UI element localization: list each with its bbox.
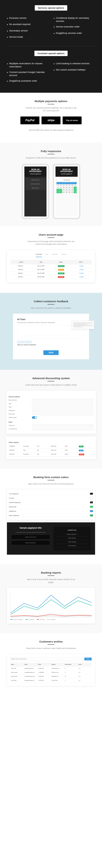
account-tab[interactable]: Cancelled xyxy=(52,253,58,255)
divider xyxy=(7,46,95,46)
option-bullet: Secondary service xyxy=(7,29,48,33)
archive-row: Robert Brownrbrown@example.com+1 555-011… xyxy=(10,675,92,678)
color-config-row[interactable]: Calendar background xyxy=(9,500,93,505)
color-config-row[interactable]: Available slot xyxy=(9,509,93,513)
colors-section: Booking form custom colors take control … xyxy=(0,469,102,564)
coupon-row: BLACKFRIPercentage30%2019-11-3088/100exp… xyxy=(9,453,93,457)
option-bullet: Exclusive service xyxy=(7,17,48,20)
stripe-badge: stripe xyxy=(42,117,60,124)
admin-field[interactable] xyxy=(32,399,93,401)
option-bullet: Drag&Drop services order xyxy=(54,32,95,35)
color-config-row[interactable]: Selected date xyxy=(9,505,93,509)
discount-title: Advanced discounting system xyxy=(5,377,97,380)
reports-desc: take a look at your trends using the rep… xyxy=(25,578,77,584)
reports-title: Booking reports xyxy=(5,571,97,574)
toggle[interactable] xyxy=(32,416,37,419)
admin-row: Usage limit xyxy=(9,409,93,412)
archive-row: Linda Davisldavis@example.com+1 555-0176… xyxy=(10,678,92,682)
admin-row: Enable coupon xyxy=(9,416,93,419)
option-bullet: No assistant required xyxy=(7,23,48,27)
option-bullet: Service execution order xyxy=(54,25,95,29)
legend-item: Cancelled xyxy=(47,619,55,620)
discount-sec1: Discount options xyxy=(9,396,93,398)
demo-list-item[interactable]: Woman haircut xyxy=(56,532,88,536)
legend-item: Confirmed xyxy=(26,619,34,620)
color-config-row[interactable]: Form text xyxy=(9,496,93,500)
admin-row: Date range xyxy=(9,413,93,415)
reports-chart: Total reservationsConfirmedPendingCancel… xyxy=(7,588,95,624)
search-input[interactable] xyxy=(10,658,83,660)
option-bullet: Conditional display for secondary servic… xyxy=(54,17,95,23)
demo-list-item[interactable]: Hair coloring xyxy=(56,540,88,544)
option-bullet: Set custom assistant holidays xyxy=(54,68,95,72)
send-button[interactable]: SEND xyxy=(43,350,59,355)
admin-row: Discount name xyxy=(9,399,93,401)
phone-title: BOOK AN APPOINTMENT xyxy=(26,168,45,173)
archive-row: Mary Johnsonmary.j@example.com+1 555-019… xyxy=(10,671,92,675)
rate-label: Rate our service (required) xyxy=(17,344,36,346)
option-bullet: Mupltiple reservations for classes reser… xyxy=(7,62,48,68)
account-desc: A personal account page where booking cu… xyxy=(25,240,77,246)
admin-field[interactable] xyxy=(32,402,93,405)
search-button[interactable]: Search xyxy=(84,658,92,660)
account-panel: UpcomingPastCancelledSettings ServiceDat… xyxy=(7,250,95,282)
table-row: Service 3Jan 08, 2020cancelledmanage xyxy=(10,275,92,279)
archive-section: Customers archive Keep track of your cus… xyxy=(0,633,102,695)
phone-mock-dark: BOOK AN APPOINTMENTsample page/post Sele… xyxy=(21,164,49,219)
reports-section: Booking reports take a look at your tren… xyxy=(0,564,102,633)
table-row: Service 2Jan 12, 2020pendingmanage xyxy=(10,268,92,272)
option-bullet: Service break xyxy=(7,35,48,39)
feedback-title: Collect customers feedback xyxy=(5,300,97,303)
account-tab[interactable]: Past xyxy=(46,253,48,255)
responsive-desc: Designed to offer the best experience on… xyxy=(25,156,77,159)
discount-admin: Discount options Discount nameTypeValueU… xyxy=(6,391,96,434)
payments-section: Multiple payments options Choose your fa… xyxy=(0,93,102,143)
colors-title: Booking form custom colors xyxy=(5,476,97,478)
phone-field: Select assistant ▾ xyxy=(26,182,46,186)
admin-field[interactable] xyxy=(32,406,93,408)
table-row: Service 3Jan 14, 2020confirmedmanage xyxy=(10,265,92,268)
coupon-row: SUMMER10Percentage10%2020-08-314/100acti… xyxy=(9,444,93,448)
account-title: Users account page xyxy=(5,233,97,236)
color-config-row[interactable]: Form background xyxy=(9,492,93,496)
discount-section: Advanced discounting system create disco… xyxy=(0,370,102,469)
discount-sec2: Rules xyxy=(9,421,93,423)
special-options-section: Services special options Exclusive servi… xyxy=(0,0,102,93)
table-row: Service 1Jan 10, 2020confirmedmanage xyxy=(10,272,92,275)
services-options-heading: Services special options xyxy=(35,5,67,10)
phone-sub: sample page/post xyxy=(61,173,72,175)
responsive-section: Fully responsive Designed to offer the b… xyxy=(0,143,102,226)
demo-select[interactable]: Select assistant ▾ xyxy=(11,540,50,545)
rating-circles[interactable] xyxy=(17,341,85,343)
admin-field[interactable] xyxy=(32,413,93,415)
admin-field[interactable] xyxy=(32,409,93,412)
coupons-table: Active coupons SUMMER10Percentage10%2020… xyxy=(6,436,96,459)
phone-field: Date & time ▾ xyxy=(26,186,46,190)
phone-sub: sample page/post xyxy=(30,173,41,175)
archive-title: Customers archive xyxy=(5,640,97,643)
feedback-section: Collect customers feedback Give customer… xyxy=(0,293,102,370)
option-bullet: Drag&Drop assistants order xyxy=(7,79,48,83)
account-tab[interactable]: Settings xyxy=(61,253,66,255)
demo-title: Sample page/post title xyxy=(11,527,50,529)
discount-sec3: Active coupons xyxy=(9,442,93,443)
colors-desc: take control over the look and feel of t… xyxy=(25,483,77,485)
phone-field: Select service ▾ xyxy=(26,178,46,182)
payments-desc: Choose your favorite payment gateway, as… xyxy=(25,106,77,112)
payments-title: Multiple payments options xyxy=(5,100,97,102)
account-tab[interactable]: Upcoming xyxy=(36,253,42,257)
phone-mock-light: BOOK AN APPOINTMENTsample page/post Your… xyxy=(53,164,81,219)
pay-venue-badge: Pay at venue xyxy=(63,117,82,124)
archive-row: John Smithjohn@example.com+1 555-0142742… xyxy=(10,666,92,671)
color-config-row[interactable]: Button background xyxy=(9,513,93,518)
demo-list-item[interactable]: Child haircut xyxy=(56,544,88,548)
demo-list-item[interactable]: Man haircut xyxy=(56,536,88,540)
admin-row: Value xyxy=(9,406,93,408)
discount-desc: create discounts and coupon codes based … xyxy=(25,383,77,386)
feedback-greet: Hi Tom! xyxy=(17,318,85,321)
legend-item: Pending xyxy=(37,619,44,620)
coupon-row: FRIEND20Fixed$202020-12-3112/50active xyxy=(9,448,93,453)
demo-select[interactable]: Select a service ▾ xyxy=(11,535,50,539)
feedback-card: Hi Tom! How was your experience with us … xyxy=(13,314,89,359)
feedback-sidecard xyxy=(72,321,94,329)
